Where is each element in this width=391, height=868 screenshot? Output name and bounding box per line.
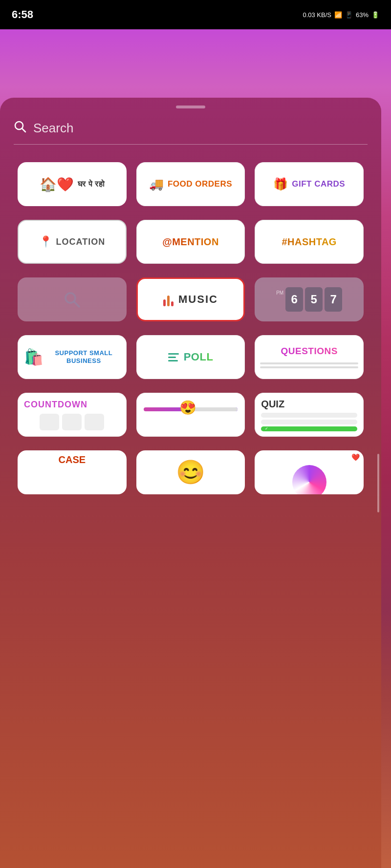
slider-emoji: 😍 [179,400,196,416]
questions-line-1 [260,362,358,364]
battery-icon: 🔋 [371,11,379,19]
status-icons: 0.03 KB/S 📶 📱 63% 🔋 [303,11,379,19]
sticker-gradient-circle[interactable]: ❤️ [255,450,364,494]
slider-empty-right [191,407,238,411]
clock-hour-tens: 6 [285,287,303,312]
svg-line-3 [74,302,79,307]
quiz-title: QUIZ [261,399,284,410]
questions-label: QUESTIONS [281,346,337,357]
sticker-hashtag[interactable]: #HASHTAG [255,220,364,264]
countdown-block-1 [40,414,59,430]
music-bar-2 [167,296,170,306]
countdown-blocks [40,414,104,430]
sticker-ghar-pe-raho[interactable]: 🏠❤️ घर पे रहो [18,162,127,206]
quiz-option-correct: ✓ [261,426,357,431]
sticker-search[interactable] [18,277,127,321]
poll-line-2 [168,357,176,358]
status-time: 6:58 [12,8,33,21]
support-label: SUPPORT SMALL BUSINESS [47,349,120,364]
countdown-block-3 [85,414,104,430]
slider-track: 😍 [144,407,238,411]
ghar-icon: 🏠❤️ [40,176,74,192]
music-bar-1 [163,299,166,306]
location-label: LOCATION [56,237,106,247]
questions-lines [260,360,358,368]
sticker-quiz[interactable]: QUIZ ✓ [255,393,364,437]
food-label: FOOD ORDERS [168,179,232,189]
gift-icon: 🎁 [273,177,288,191]
music-bar-3 [171,301,174,306]
sticker-clock[interactable]: PM 6 5 7 [255,277,364,321]
sticker-food-orders[interactable]: 🚚 FOOD ORDERS [136,162,245,206]
quiz-options: ✓ [261,413,357,431]
support-icon: 🛍️ [24,348,43,366]
heart-icon: ❤️ [351,453,360,461]
case-label: CASE [59,454,86,466]
poll-icon [168,353,179,361]
music-label: MUSIC [178,293,218,306]
clock-pm: PM [276,290,283,296]
clock-minute-tens: 5 [305,287,323,312]
wifi-icon: 📶 [334,11,342,19]
clock-minute-ones: 7 [325,287,342,312]
sticker-picker-sheet: Search 🏠❤️ घर पे रहो 🚚 FOOD ORDERS 🎁 GIF… [0,98,381,868]
countdown-label: COUNTDOWN [22,400,87,410]
poll-line-1 [168,353,179,355]
mention-label: @MENTION [162,236,219,248]
status-bar: 6:58 0.03 KB/S 📶 📱 63% 🔋 [0,0,391,29]
scrollbar-hint [377,454,379,512]
questions-line-2 [260,366,358,368]
clock-display: PM 6 5 7 [276,287,342,312]
sheet-handle [176,106,205,108]
network-speed: 0.03 KB/S [303,11,331,19]
search-icon [14,120,26,136]
sticker-face[interactable]: 😊 [136,450,245,494]
quiz-option-2 [261,420,357,424]
sticker-gift-cards[interactable]: 🎁 GIFT CARDS [255,162,364,206]
quiz-option-1 [261,413,357,418]
countdown-block-2 [62,414,82,430]
emoji-slider-container: 😍 [144,402,238,427]
music-bars-icon [163,293,174,306]
location-icon: 📍 [39,235,52,248]
search-sticker-icon [62,290,82,309]
sticker-case[interactable]: CASE [18,450,127,494]
ghar-label: घर पे रहो [78,180,105,189]
signal-icon: 📱 [345,11,353,19]
hashtag-label: #HASHTAG [282,236,337,248]
poll-line-3 [168,360,178,361]
svg-line-1 [22,128,25,132]
sticker-support-small-business[interactable]: 🛍️ SUPPORT SMALL BUSINESS [18,335,127,379]
sticker-poll[interactable]: POLL [136,335,245,379]
sticker-countdown[interactable]: COUNTDOWN [18,393,127,437]
gift-label: GIFT CARDS [292,179,345,189]
gradient-circle-shape [292,465,326,494]
quiz-check-icon: ✓ [265,426,268,431]
battery-label: 63% [356,11,369,19]
sticker-grid: 🏠❤️ घर पे रहो 🚚 FOOD ORDERS 🎁 GIFT CARDS… [14,162,368,437]
food-icon: 🚚 [149,177,164,191]
sticker-location[interactable]: 📍 LOCATION [18,220,127,264]
sticker-music[interactable]: MUSIC [136,277,245,321]
sticker-emoji-slider[interactable]: 😍 [136,393,245,437]
search-placeholder[interactable]: Search [33,121,73,136]
sticker-mention[interactable]: @MENTION [136,220,245,264]
sticker-questions[interactable]: QUESTIONS [255,335,364,379]
sticker-row-6: CASE 😊 ❤️ [14,450,368,494]
search-bar[interactable]: Search [14,120,368,145]
face-emoji: 😊 [176,459,205,486]
poll-label: POLL [184,351,214,363]
